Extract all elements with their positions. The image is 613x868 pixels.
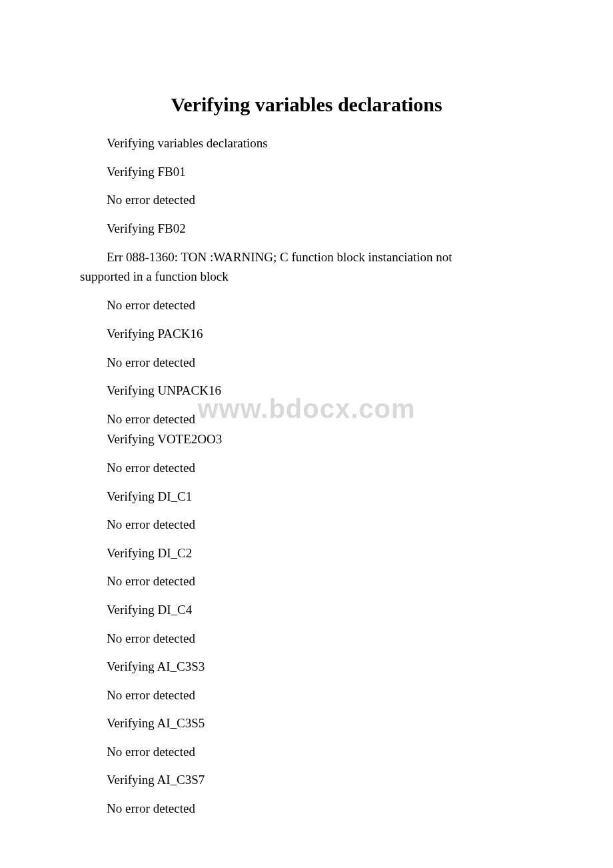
log-line: No error detected [107, 459, 533, 477]
log-error-block: Err 088-1360: TON :WARNING; C function b… [107, 248, 533, 286]
log-line: Verifying AI_C3S5 [107, 715, 533, 733]
log-line: No error detected [107, 191, 533, 209]
log-line: No error detected [107, 743, 533, 761]
log-line: No error detected [107, 516, 533, 534]
document-content: Verifying variables declarations Verifyi… [80, 93, 533, 818]
log-line: No error detected [107, 630, 533, 648]
log-line: No error detected [107, 297, 533, 315]
log-line: No error detected [107, 800, 533, 818]
log-line: Verifying VOTE2OO3 [107, 431, 533, 449]
log-line: Verifying UNPACK16 [107, 382, 533, 400]
log-line: Verifying variables declarations [107, 135, 533, 153]
log-line: No error detected [107, 573, 533, 591]
log-line: No error detected [107, 687, 533, 705]
log-line: Verifying FB02 [107, 220, 533, 238]
log-error-line-1: Err 088-1360: TON :WARNING; C function b… [107, 248, 533, 267]
log-line: Verifying PACK16 [107, 325, 533, 343]
log-line: Verifying FB01 [107, 163, 533, 181]
log-line: Verifying DI_C1 [107, 488, 533, 506]
log-line: Verifying AI_C3S3 [107, 658, 533, 676]
log-error-line-2: supported in a function block [80, 267, 533, 287]
log-line: No error detected [107, 411, 533, 429]
log-line: Verifying AI_C3S7 [107, 771, 533, 789]
log-line: Verifying DI_C2 [107, 545, 533, 563]
page-title: Verifying variables declarations [80, 93, 533, 116]
log-line: No error detected [107, 354, 533, 372]
log-line: Verifying DI_C4 [107, 601, 533, 619]
